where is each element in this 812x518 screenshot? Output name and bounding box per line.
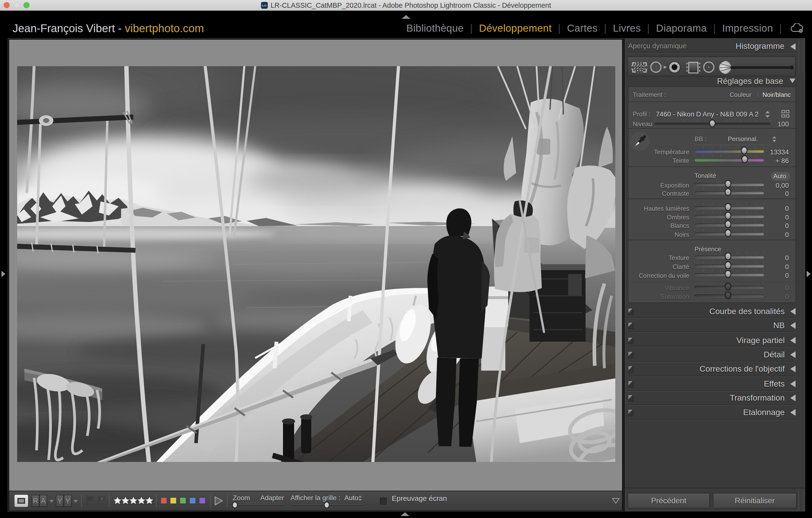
svg-text:!: !	[800, 29, 801, 33]
